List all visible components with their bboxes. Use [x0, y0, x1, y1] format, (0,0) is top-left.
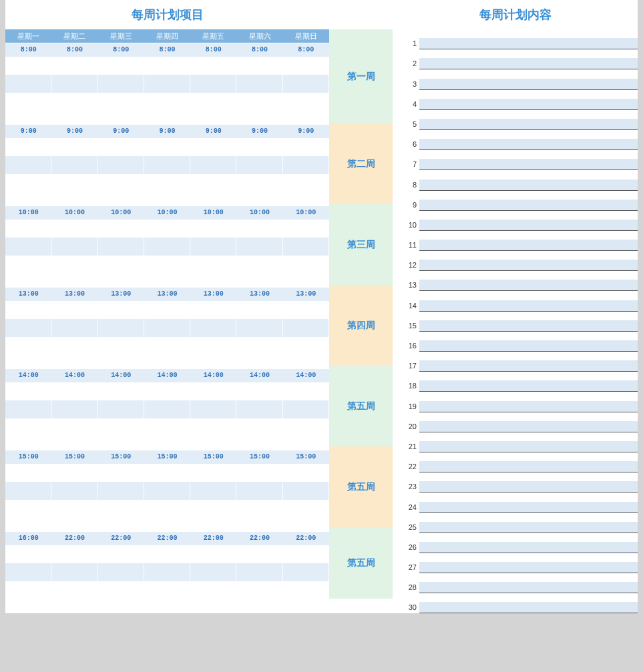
plan-cell[interactable]	[5, 57, 51, 75]
plan-cell[interactable]	[190, 482, 236, 500]
plan-cell[interactable]	[51, 382, 97, 400]
plan-row[interactable]	[5, 156, 329, 174]
plan-cell[interactable]	[51, 75, 97, 93]
plan-cell[interactable]	[51, 93, 97, 111]
time-cell[interactable]: 8:00	[98, 43, 144, 57]
time-cell[interactable]: 15:00	[98, 450, 144, 464]
time-cell[interactable]: 8:00	[283, 43, 329, 57]
plan-cell[interactable]	[283, 57, 329, 75]
plan-cell[interactable]	[283, 355, 329, 368]
plan-cell[interactable]	[236, 436, 282, 450]
plan-cell[interactable]	[98, 337, 144, 355]
time-cell[interactable]: 13:00	[51, 288, 97, 301]
plan-cell[interactable]	[51, 319, 97, 337]
plan-cell[interactable]	[283, 545, 329, 563]
plan-cell[interactable]	[236, 156, 282, 174]
plan-cell[interactable]	[5, 111, 51, 124]
plan-cell[interactable]	[236, 464, 282, 482]
plan-row[interactable]	[5, 482, 329, 500]
plan-cell[interactable]	[283, 518, 329, 531]
content-input-line[interactable]	[419, 582, 638, 593]
plan-cell[interactable]	[190, 563, 236, 581]
plan-cell[interactable]	[5, 174, 51, 192]
plan-cell[interactable]	[283, 482, 329, 500]
plan-cell[interactable]	[283, 138, 329, 156]
content-input-line[interactable]	[419, 38, 638, 49]
plan-row[interactable]	[5, 464, 329, 482]
plan-cell[interactable]	[236, 111, 282, 124]
plan-cell[interactable]	[190, 75, 236, 93]
plan-cell[interactable]	[144, 93, 190, 111]
plan-cell[interactable]	[144, 545, 190, 563]
time-cell[interactable]: 10:00	[98, 206, 144, 220]
plan-row[interactable]	[5, 436, 329, 450]
plan-cell[interactable]	[283, 174, 329, 192]
plan-row[interactable]	[5, 138, 329, 156]
plan-cell[interactable]	[190, 174, 236, 192]
time-cell[interactable]: 8:00	[236, 43, 282, 57]
plan-cell[interactable]	[144, 482, 190, 500]
content-input-line[interactable]	[419, 421, 638, 432]
content-input-line[interactable]	[419, 260, 638, 271]
plan-cell[interactable]	[51, 563, 97, 581]
plan-row[interactable]	[5, 518, 329, 531]
plan-cell[interactable]	[144, 319, 190, 337]
plan-cell[interactable]	[98, 111, 144, 124]
plan-row[interactable]	[5, 256, 329, 274]
plan-cell[interactable]	[51, 156, 97, 174]
plan-cell[interactable]	[283, 400, 329, 418]
plan-cell[interactable]	[144, 518, 190, 531]
plan-row[interactable]	[5, 545, 329, 563]
time-cell[interactable]: 8:00	[51, 43, 97, 57]
plan-cell[interactable]	[283, 436, 329, 450]
plan-cell[interactable]	[51, 238, 97, 256]
content-input-line[interactable]	[419, 461, 638, 472]
time-cell[interactable]: 14:00	[144, 369, 190, 382]
plan-cell[interactable]	[98, 174, 144, 192]
plan-row[interactable]	[5, 57, 329, 75]
plan-cell[interactable]	[98, 238, 144, 256]
plan-cell[interactable]	[190, 464, 236, 482]
time-cell[interactable]: 10:00	[283, 206, 329, 220]
plan-cell[interactable]	[236, 256, 282, 274]
time-cell[interactable]: 9:00	[236, 125, 282, 138]
plan-row[interactable]	[5, 75, 329, 93]
plan-cell[interactable]	[283, 382, 329, 400]
content-input-line[interactable]	[419, 139, 638, 150]
plan-cell[interactable]	[5, 464, 51, 482]
plan-cell[interactable]	[5, 436, 51, 450]
plan-cell[interactable]	[236, 482, 282, 500]
content-input-line[interactable]	[419, 280, 638, 291]
plan-cell[interactable]	[51, 192, 97, 206]
plan-cell[interactable]	[98, 57, 144, 75]
plan-cell[interactable]	[144, 111, 190, 124]
time-cell[interactable]: 9:00	[283, 125, 329, 138]
plan-cell[interactable]	[98, 418, 144, 436]
plan-cell[interactable]	[144, 138, 190, 156]
content-input-line[interactable]	[419, 119, 638, 130]
content-input-line[interactable]	[419, 542, 638, 553]
time-cell[interactable]: 14:00	[51, 369, 97, 382]
plan-cell[interactable]	[98, 581, 144, 599]
time-cell[interactable]: 10:00	[51, 206, 97, 220]
plan-cell[interactable]	[236, 75, 282, 93]
plan-cell[interactable]	[98, 482, 144, 500]
plan-cell[interactable]	[283, 156, 329, 174]
plan-cell[interactable]	[51, 220, 97, 238]
plan-cell[interactable]	[236, 518, 282, 531]
plan-cell[interactable]	[236, 138, 282, 156]
plan-cell[interactable]	[5, 500, 51, 518]
plan-cell[interactable]	[5, 220, 51, 238]
plan-cell[interactable]	[5, 192, 51, 206]
plan-cell[interactable]	[51, 337, 97, 355]
plan-row[interactable]	[5, 174, 329, 192]
plan-cell[interactable]	[236, 238, 282, 256]
plan-cell[interactable]	[283, 220, 329, 238]
plan-cell[interactable]	[98, 301, 144, 319]
content-input-line[interactable]	[419, 159, 638, 170]
plan-cell[interactable]	[236, 319, 282, 337]
plan-cell[interactable]	[98, 192, 144, 206]
plan-row[interactable]	[5, 220, 329, 238]
plan-cell[interactable]	[144, 256, 190, 274]
plan-cell[interactable]	[5, 482, 51, 500]
